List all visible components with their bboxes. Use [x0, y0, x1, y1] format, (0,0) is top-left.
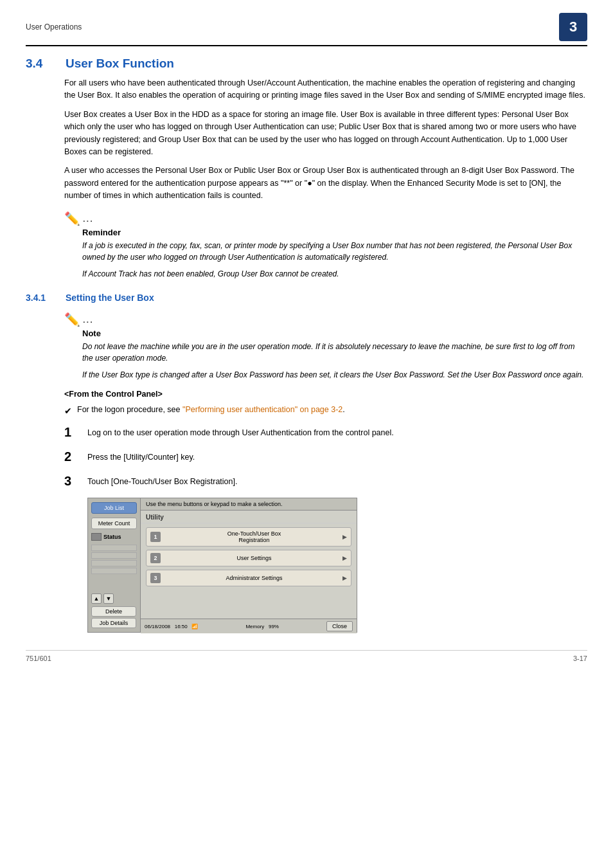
menu-num-3: 3: [150, 573, 161, 583]
nav-rows: [88, 545, 140, 574]
screenshot-menu-items: 1 One-Touch/User BoxRegistration ▶ 2 Use…: [141, 523, 357, 593]
menu-arrow-3: ▶: [342, 575, 347, 581]
step-3-number: 3: [64, 473, 80, 489]
reminder-content: If a job is executed in the copy, fax, s…: [82, 240, 587, 280]
screenshot-bottom-bar: 06/18/2008 16:50 📶 Memory 99% Close: [141, 619, 357, 633]
section-number: 3.4: [26, 57, 58, 71]
nav-row-4: [91, 568, 137, 574]
subsection-title: Setting the User Box: [66, 293, 154, 303]
page-header: User Operations 3: [26, 13, 587, 46]
step-3: 3 Touch [One-Touch/User Box Registration…: [64, 473, 587, 489]
note-box: ✏️ ... Note Do not leave the machine whi…: [64, 312, 587, 381]
reminder-box: ✏️ ... Reminder If a job is executed in …: [64, 211, 587, 280]
status-row: Status: [91, 533, 137, 541]
screenshot-wifi-icon: 📶: [191, 624, 198, 629]
footer-product: 751/601: [26, 655, 51, 662]
menu-arrow-1: ▶: [342, 534, 347, 540]
note-label: Note: [82, 329, 587, 338]
menu-text-3: Administrator Settings: [166, 575, 342, 581]
nav-row-3: [91, 560, 137, 566]
auth-link[interactable]: "Performing user authentication" on page…: [182, 405, 342, 414]
subsection-number: 3.4.1: [26, 293, 58, 303]
menu-item-2[interactable]: 2 User Settings ▶: [146, 550, 351, 566]
check-item-text: For the logon procedure, see "Performing…: [77, 404, 345, 416]
reminder-icon: ✏️: [64, 211, 80, 226]
menu-item-1[interactable]: 1 One-Touch/User BoxRegistration ▶: [146, 527, 351, 547]
nav-row-2: [91, 552, 137, 559]
reminder-note-1: If a job is executed in the copy, fax, s…: [82, 240, 587, 263]
delete-button[interactable]: Delete: [91, 606, 136, 617]
screenshot-date: 06/18/2008: [145, 624, 170, 629]
control-panel-label: <From the Control Panel>: [64, 390, 587, 399]
menu-item-3[interactable]: 3 Administrator Settings ▶: [146, 570, 351, 586]
reminder-dots: ...: [83, 214, 94, 224]
small-btn-1[interactable]: ▲: [91, 593, 102, 604]
screenshot-top-bar: Use the menu buttons or keypad to make a…: [141, 498, 357, 511]
step-2-number: 2: [64, 449, 80, 464]
section-34-heading: 3.4 User Box Function: [26, 57, 587, 71]
note-content: Do not leave the machine while you are i…: [82, 341, 587, 381]
step-2: 2 Press the [Utility/Counter] key.: [64, 449, 587, 464]
screenshot-left-panel: Job List Meter Count Status ▲ ▼ Delete: [88, 498, 141, 632]
note-text-1: Do not leave the machine while you are i…: [82, 341, 587, 364]
utility-label: Utility: [141, 511, 357, 523]
note-text-2: If the User Box type is changed after a …: [82, 369, 587, 381]
reminder-icon-row: ✏️ ...: [64, 211, 587, 226]
note-icon-row: ✏️ ...: [64, 312, 587, 327]
note-dots: ...: [83, 315, 94, 325]
screenshot-time: 16:50: [175, 624, 188, 629]
menu-num-2: 2: [150, 553, 161, 563]
section-para-3: A user who accesses the Personal User Bo…: [64, 165, 587, 202]
step-1-number: 1: [64, 424, 80, 440]
step-1: 1 Log on to the user operation mode thro…: [64, 424, 587, 440]
note-icon: ✏️: [64, 312, 80, 327]
subsection-341-content: ✏️ ... Note Do not leave the machine whi…: [64, 312, 587, 633]
checkmark-icon: ✔: [64, 404, 72, 418]
chapter-badge: 3: [559, 13, 587, 41]
reminder-note-2: If Account Track has not been enabled, G…: [82, 268, 587, 280]
nav-row-1: [91, 545, 137, 551]
subsection-341-heading: 3.4.1 Setting the User Box: [26, 293, 587, 303]
status-icon: [91, 533, 102, 541]
section-para-2: User Box creates a User Box in the HDD a…: [64, 109, 587, 159]
small-btn-2[interactable]: ▼: [103, 593, 114, 604]
check-text-after: .: [342, 405, 344, 414]
check-item: ✔ For the logon procedure, see "Performi…: [64, 404, 587, 418]
menu-text-1: One-Touch/User BoxRegistration: [166, 530, 342, 543]
section-title: User Box Function: [66, 57, 174, 71]
section-34-content: For all users who have been authenticate…: [64, 77, 587, 280]
menu-arrow-2: ▶: [342, 555, 347, 561]
screenshot-container: Job List Meter Count Status ▲ ▼ Delete: [87, 498, 357, 633]
step-1-text: Log on to the user operation mode throug…: [87, 424, 394, 439]
menu-text-2: User Settings: [166, 555, 342, 561]
menu-num-1: 1: [150, 532, 161, 542]
status-label: Status: [103, 534, 121, 540]
job-list-button[interactable]: Job List: [91, 502, 137, 514]
page-footer: 751/601 3-17: [26, 650, 587, 662]
screenshot-date-time: 06/18/2008 16:50 📶: [145, 624, 198, 629]
header-title: User Operations: [26, 23, 82, 32]
step-3-text: Touch [One-Touch/User Box Registration].: [87, 473, 237, 488]
screenshot-right-panel: Use the menu buttons or keypad to make a…: [141, 498, 357, 633]
reminder-label: Reminder: [82, 228, 587, 237]
screenshot-memory: Memory 99%: [245, 624, 279, 629]
footer-page: 3-17: [573, 655, 587, 662]
meter-count-button[interactable]: Meter Count: [91, 518, 137, 529]
job-details-button[interactable]: Job Details: [91, 618, 136, 628]
step-2-text: Press the [Utility/Counter] key.: [87, 449, 195, 464]
close-button[interactable]: Close: [326, 621, 353, 631]
check-text-before: For the logon procedure, see: [77, 405, 182, 414]
section-para-1: For all users who have been authenticate…: [64, 77, 587, 102]
